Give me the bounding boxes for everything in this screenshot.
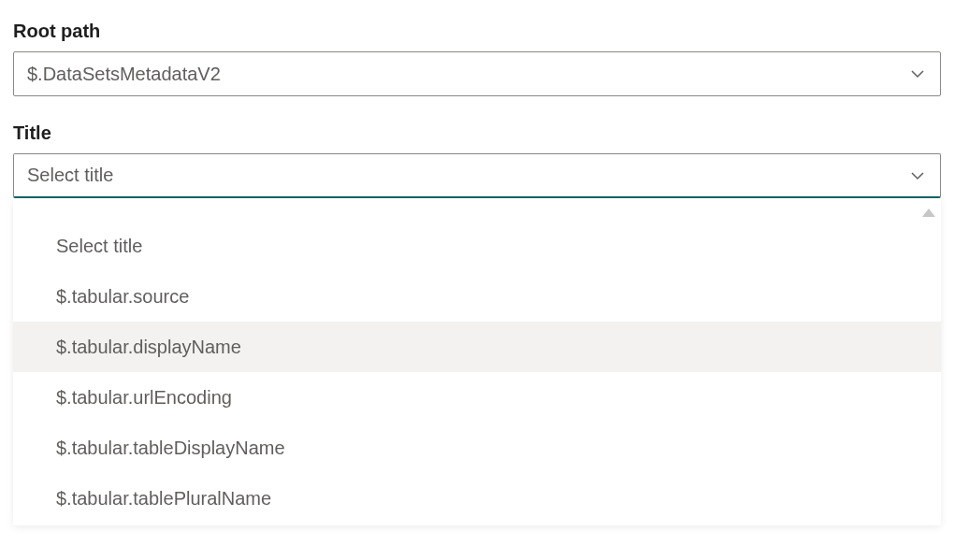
- title-option[interactable]: $.tabular.displayName: [13, 322, 941, 372]
- title-options-list[interactable]: Select title$.tabular.source$.tabular.di…: [13, 221, 941, 525]
- root-path-value: $.DataSetsMetadataV2: [27, 64, 221, 85]
- scroll-up-icon[interactable]: [13, 204, 941, 221]
- title-option[interactable]: $.tabular.tableDisplayName: [13, 423, 941, 473]
- title-label: Title: [13, 122, 941, 144]
- root-path-combobox[interactable]: $.DataSetsMetadataV2: [13, 51, 941, 96]
- chevron-down-icon: [908, 166, 927, 185]
- title-option[interactable]: Select title: [13, 221, 941, 271]
- chevron-down-icon: [908, 65, 927, 83]
- title-option[interactable]: $.tabular.tablePluralName: [13, 473, 941, 524]
- title-combobox[interactable]: Select title: [13, 153, 941, 198]
- root-path-label: Root path: [13, 21, 941, 42]
- title-option[interactable]: $.tabular.source: [13, 271, 941, 322]
- title-dropdown: Select title$.tabular.source$.tabular.di…: [13, 198, 941, 525]
- title-field: Title Select title Select title$.tabular…: [13, 122, 941, 198]
- title-placeholder: Select title: [27, 165, 113, 186]
- root-path-field: Root path $.DataSetsMetadataV2: [13, 21, 941, 96]
- title-option[interactable]: $.tabular.urlEncoding: [13, 372, 941, 423]
